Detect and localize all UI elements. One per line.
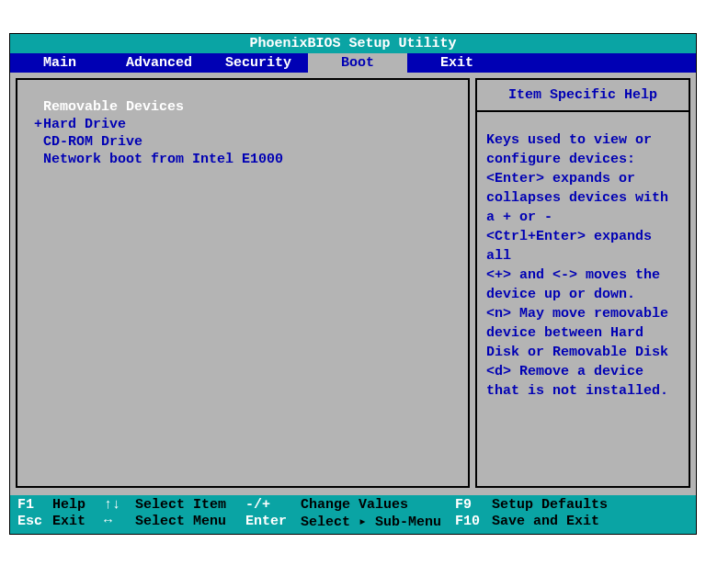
tab-boot[interactable]: Boot: [308, 53, 407, 73]
key-f10: F10: [455, 514, 492, 529]
expand-marker-icon: +: [34, 117, 43, 132]
label-save-exit: Save and Exit: [492, 514, 689, 529]
label-help: Help: [52, 497, 104, 513]
footer-hints: F1 Help ↑↓ Select Item -/+ Change Values…: [10, 495, 696, 534]
help-panel: Item Specific Help Keys used to view or …: [475, 78, 690, 488]
arrows-updown-icon: ↑↓: [104, 497, 135, 513]
key-enter: Enter: [245, 514, 301, 529]
app-title: PhoenixBIOS Setup Utility: [249, 36, 456, 51]
label-change-values: Change Values: [301, 497, 455, 513]
menu-bar: MainAdvancedSecurityBootExit: [10, 53, 696, 73]
bios-window: PhoenixBIOS Setup Utility MainAdvancedSe…: [9, 33, 697, 535]
key-f9: F9: [455, 497, 492, 513]
content-area: Removable Devices+Hard Drive CD-ROM Driv…: [10, 73, 696, 495]
boot-order-panel: Removable Devices+Hard Drive CD-ROM Driv…: [16, 78, 470, 488]
tab-exit[interactable]: Exit: [407, 53, 507, 73]
boot-item-label: Network boot from Intel E1000: [43, 152, 283, 167]
help-body: Keys used to view or configure devices:<…: [477, 112, 689, 486]
help-title: Item Specific Help: [477, 80, 689, 112]
boot-item-3[interactable]: Network boot from Intel E1000: [34, 151, 459, 168]
boot-item-label: CD-ROM Drive: [43, 134, 142, 150]
boot-item-1[interactable]: +Hard Drive: [34, 116, 459, 133]
tab-security[interactable]: Security: [209, 53, 308, 73]
boot-item-2[interactable]: CD-ROM Drive: [34, 133, 459, 151]
tab-main[interactable]: Main: [10, 53, 109, 73]
key-esc: Esc: [17, 514, 52, 529]
boot-item-0[interactable]: Removable Devices: [34, 98, 459, 116]
arrows-leftright-icon: ↔: [104, 514, 135, 529]
footer-row-1: F1 Help ↑↓ Select Item -/+ Change Values…: [17, 497, 689, 513]
label-exit: Exit: [52, 514, 104, 529]
title-bar: PhoenixBIOS Setup Utility: [10, 34, 696, 53]
tab-advanced[interactable]: Advanced: [109, 53, 209, 73]
label-select-menu: Select Menu: [135, 514, 245, 529]
boot-item-label: Removable Devices: [43, 99, 184, 115]
key-plusminus: -/+: [245, 497, 301, 513]
footer-row-2: Esc Exit ↔ Select Menu Enter Select ▸ Su…: [17, 513, 689, 530]
label-setup-defaults: Setup Defaults: [492, 497, 689, 513]
key-f1: F1: [17, 497, 52, 513]
label-select-item: Select Item: [135, 497, 245, 513]
boot-item-label: Hard Drive: [43, 117, 126, 132]
label-select-submenu: Select ▸ Sub-Menu: [301, 513, 455, 530]
